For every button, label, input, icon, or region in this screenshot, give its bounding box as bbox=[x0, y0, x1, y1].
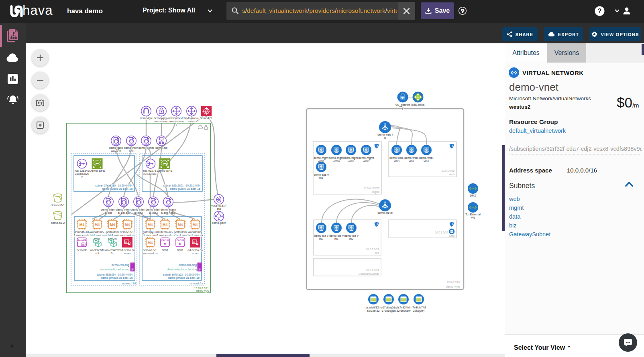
svg-text:?: ? bbox=[598, 8, 602, 14]
svg-text:demo-private-us-east-1d: demo-private-us-east-1d bbox=[101, 276, 132, 280]
svg-text:1.aws.east.u: 1.aws.east.u bbox=[74, 233, 90, 237]
svg-text:sbiv2bf32: sbiv2bf32 bbox=[367, 309, 380, 312]
svg-text:m2: m2 bbox=[349, 237, 353, 241]
svg-text:m1: m1 bbox=[319, 176, 323, 180]
svg-text:demo-vnet: demo-vnet bbox=[446, 285, 460, 288]
svg-text:al-stg-nosql: al-stg-nosql bbox=[161, 211, 176, 215]
svg-text:demo-public-us-east-1d: demo-public-us-east-1d bbox=[102, 187, 132, 191]
svg-text:-vm4: -vm4 bbox=[333, 159, 340, 163]
svg-text:demodb: demodb bbox=[77, 248, 87, 252]
svg-text:demo-s3-1: demo-s3-1 bbox=[51, 203, 65, 207]
svg-text:2bkojdff4: 2bkojdff4 bbox=[413, 309, 424, 312]
svg-text:demo-alb: demo-alb bbox=[155, 146, 167, 150]
svg-text:demo-public-us-east-1e: demo-public-us-east-1e bbox=[170, 187, 200, 191]
svg-text:GatewaySubnet: GatewaySubnet bbox=[359, 272, 379, 276]
svg-text:demo-rds-sng: demo-rds-sng bbox=[179, 263, 197, 267]
svg-text:s-east: s-east bbox=[187, 120, 196, 123]
svg-text:32fdnosaw: 32fdnosaw bbox=[397, 309, 411, 312]
svg-text:278372837: 278372837 bbox=[143, 172, 158, 176]
svg-text:-vm2: -vm2 bbox=[348, 159, 354, 163]
svg-text:10.0.3.0/24: 10.0.3.0/24 bbox=[435, 231, 448, 234]
svg-text:demo-s3-2: demo-s3-2 bbox=[51, 221, 65, 225]
svg-text:subnet-988a834 - 10.20.4.0/24: subnet-988a834 - 10.20.4.0/24 bbox=[97, 273, 132, 276]
svg-text:ws-us-east: ws-us-east bbox=[154, 120, 169, 123]
svg-text:al-elb-api: al-elb-api bbox=[118, 211, 130, 215]
svg-text:subnet-e078fa62 - 10.20.5.0/24: subnet-e078fa62 - 10.20.5.0/24 bbox=[163, 273, 200, 276]
svg-text:0001: 0001 bbox=[162, 248, 168, 252]
svg-text:us-east-1d: us-east-1d bbox=[122, 282, 136, 285]
svg-text:demo-elasticcache-sng: demo-elasticcache-sng bbox=[167, 268, 197, 271]
svg-text:demo-igw: demo-igw bbox=[140, 116, 153, 120]
svg-text:us-east-1e: us-east-1e bbox=[190, 282, 203, 285]
svg-text:al-elb2: al-elb2 bbox=[134, 211, 143, 215]
svg-text:m3: m3 bbox=[319, 237, 323, 241]
svg-text:10.0.0.0/16: 10.0.0.0/16 bbox=[446, 281, 460, 284]
svg-text:Demo EFS: Demo EFS bbox=[89, 169, 105, 172]
svg-text:efa: efa bbox=[217, 207, 221, 211]
svg-text:b: b bbox=[384, 136, 386, 140]
svg-text:?: ? bbox=[461, 8, 464, 14]
svg-text:biz: biz bbox=[375, 251, 379, 255]
svg-text:m1: m1 bbox=[334, 237, 338, 241]
svg-text:VN: VN bbox=[471, 216, 475, 219]
svg-text:1e-1.aws.ea: 1e-1.aws.ea bbox=[187, 233, 203, 237]
svg-text:t: t bbox=[176, 123, 177, 126]
svg-text:7: 7 bbox=[81, 175, 83, 179]
svg-text:67v86dgsd: 67v86dgsd bbox=[381, 309, 395, 312]
svg-text:demo-vpc: demo-vpc bbox=[196, 289, 209, 292]
svg-text:demo-portal: demo-portal bbox=[139, 146, 154, 150]
svg-text:10.0.2.0/24: 10.0.2.0/24 bbox=[366, 248, 379, 251]
svg-text:ace: ace bbox=[129, 149, 134, 153]
svg-text:mgmt: mgmt bbox=[372, 190, 379, 194]
svg-text:m.au: m.au bbox=[124, 252, 130, 255]
svg-text:DMZ: DMZ bbox=[470, 194, 476, 197]
svg-text:al-elb: al-elb bbox=[105, 211, 112, 215]
svg-text:al-elb3: al-elb3 bbox=[149, 211, 158, 215]
svg-text:0001: 0001 bbox=[177, 248, 183, 252]
svg-text:web: web bbox=[449, 172, 454, 176]
svg-text:data: data bbox=[449, 234, 454, 237]
svg-text:10.0.0.128/25: 10.0.0.128/25 bbox=[363, 187, 379, 190]
svg-text:vm3: vm3 bbox=[394, 159, 399, 163]
svg-text:demo-rds-sng: demo-rds-sng bbox=[112, 263, 129, 267]
svg-text:vm1: vm1 bbox=[424, 159, 429, 163]
svg-text:aws.east.us: aws.east.us bbox=[120, 233, 135, 237]
svg-text:aws.east.us: aws.east.us bbox=[143, 252, 158, 255]
svg-text:demo-peer: demo-peer bbox=[212, 221, 226, 225]
svg-text:sdf: sdf bbox=[95, 252, 99, 255]
svg-text:local-hava: local-hava bbox=[412, 103, 425, 107]
svg-text:demo-elasticcache-sng: demo-elasticcache-sng bbox=[100, 268, 129, 271]
svg-text:m.au: m.au bbox=[192, 252, 198, 255]
svg-text:demo-private-us-east-1e: demo-private-us-east-1e bbox=[168, 276, 200, 280]
svg-text:subnet-37ea8289 - 10.20.0.0/24: subnet-37ea8289 - 10.20.0.0/24 bbox=[95, 184, 132, 187]
svg-text:subnet-b23s2801 - 10.20.1.0/24: subnet-b23s2801 - 10.20.1.0/24 bbox=[163, 184, 201, 187]
svg-text:-vm3: -vm3 bbox=[363, 159, 369, 163]
svg-text:10.0.1.0/25: 10.0.1.0/25 bbox=[441, 169, 454, 172]
svg-text:10.0.4.0/24: 10.0.4.0/24 bbox=[366, 269, 379, 272]
svg-text:demo-biz-lb: demo-biz-lb bbox=[377, 211, 393, 215]
svg-text:way-elb: way-elb bbox=[111, 149, 121, 153]
svg-text:DemoACL: DemoACL bbox=[200, 116, 213, 120]
svg-text:Demo EFS: Demo EFS bbox=[157, 169, 172, 172]
svg-text:fkc: fkc bbox=[110, 252, 114, 255]
svg-text:vm2: vm2 bbox=[409, 159, 414, 163]
svg-text:y: y bbox=[402, 106, 404, 110]
